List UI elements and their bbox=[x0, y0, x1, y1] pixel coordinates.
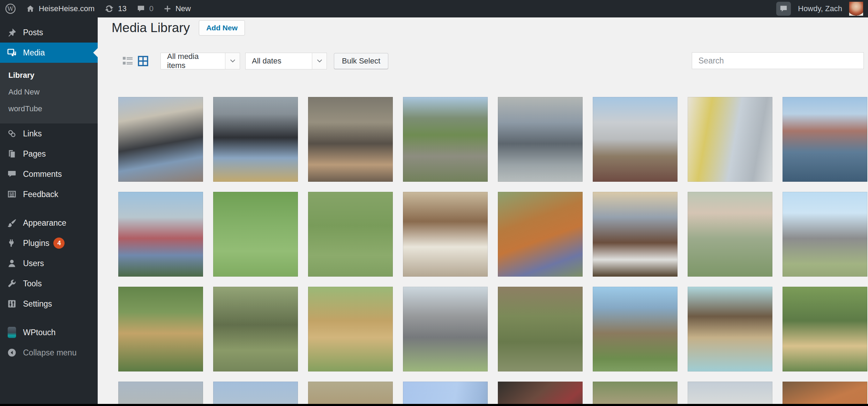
media-item[interactable] bbox=[783, 192, 867, 277]
media-item[interactable] bbox=[118, 97, 203, 182]
sidebar-label-plugins: Plugins bbox=[23, 239, 49, 248]
media-item[interactable] bbox=[593, 192, 678, 277]
submenu-item-wordtube[interactable]: wordTube bbox=[0, 100, 98, 117]
chevron-down-icon bbox=[312, 53, 327, 69]
admin-sidebar: Posts Media Library Add New wordTube Lin… bbox=[0, 17, 98, 406]
search-input[interactable] bbox=[692, 52, 864, 69]
wordpress-logo-icon: W bbox=[5, 3, 16, 14]
speech-bubble-icon bbox=[779, 4, 788, 13]
media-type-filter-value: All media items bbox=[161, 53, 225, 69]
media-item[interactable] bbox=[118, 192, 203, 277]
submenu-item-add-new[interactable]: Add New bbox=[0, 84, 98, 100]
date-filter-value: All dates bbox=[246, 53, 312, 69]
comments-link[interactable]: 0 bbox=[132, 0, 158, 17]
wordpress-logo-menu[interactable]: W bbox=[0, 0, 21, 17]
avatar[interactable] bbox=[849, 2, 863, 16]
media-item[interactable] bbox=[118, 287, 203, 371]
sidebar-item-pages[interactable]: Pages bbox=[0, 144, 98, 164]
media-item[interactable] bbox=[213, 287, 298, 371]
media-item[interactable] bbox=[213, 192, 298, 277]
collapse-arrow-icon bbox=[6, 347, 17, 358]
feedback-form-icon bbox=[6, 189, 17, 200]
media-item[interactable] bbox=[403, 192, 488, 277]
sidebar-item-links[interactable]: Links bbox=[0, 123, 98, 144]
submenu-item-library[interactable]: Library bbox=[0, 67, 98, 84]
media-item[interactable] bbox=[593, 382, 678, 406]
chevron-down-icon bbox=[225, 53, 240, 69]
media-item[interactable] bbox=[593, 97, 678, 182]
wptouch-icon bbox=[6, 327, 17, 338]
sidebar-item-wptouch[interactable]: WPtouch bbox=[0, 322, 98, 343]
home-icon bbox=[26, 4, 35, 13]
paintbrush-icon bbox=[6, 217, 17, 228]
comments-count: 0 bbox=[149, 4, 154, 13]
media-submenu: Library Add New wordTube bbox=[0, 63, 98, 123]
plugins-update-badge: 4 bbox=[53, 238, 65, 249]
wrench-icon bbox=[6, 278, 17, 289]
plus-icon bbox=[163, 5, 172, 13]
updates-link[interactable]: 13 bbox=[99, 0, 131, 17]
sidebar-item-users[interactable]: Users bbox=[0, 253, 98, 273]
media-item[interactable] bbox=[688, 192, 772, 277]
collapse-menu-button[interactable]: Collapse menu bbox=[0, 343, 98, 363]
sidebar-item-tools[interactable]: Tools bbox=[0, 273, 98, 294]
media-grid bbox=[118, 97, 867, 406]
media-library-page: Media Library Add New All media items Al… bbox=[98, 17, 868, 406]
new-content-menu[interactable]: New bbox=[158, 0, 196, 17]
date-filter-select[interactable]: All dates bbox=[245, 53, 327, 69]
collapse-menu-label: Collapse menu bbox=[23, 348, 76, 358]
media-item[interactable] bbox=[688, 97, 772, 182]
media-item[interactable] bbox=[403, 287, 488, 371]
media-item[interactable] bbox=[308, 97, 393, 182]
pages-icon bbox=[6, 148, 17, 159]
site-name: HeiseHeise.com bbox=[39, 4, 95, 13]
media-item[interactable] bbox=[213, 97, 298, 182]
media-item[interactable] bbox=[308, 382, 393, 406]
sidebar-separator bbox=[0, 204, 98, 213]
sidebar-item-media[interactable]: Media bbox=[0, 43, 98, 63]
pushpin-icon bbox=[6, 27, 17, 38]
admin-bar: W HeiseHeise.com 13 0 New Howdy, Zac bbox=[0, 0, 868, 17]
media-item[interactable] bbox=[593, 287, 678, 371]
sidebar-label-comments: Comments bbox=[23, 170, 62, 179]
media-item[interactable] bbox=[688, 287, 772, 371]
howdy-account-link[interactable]: Howdy, Zach bbox=[798, 4, 842, 13]
add-new-button[interactable]: Add New bbox=[199, 20, 245, 36]
sidebar-label-media: Media bbox=[23, 48, 45, 58]
media-item[interactable] bbox=[118, 382, 203, 406]
media-item[interactable] bbox=[498, 97, 583, 182]
media-toolbar: All media items All dates Bulk Select bbox=[121, 52, 388, 70]
media-item[interactable] bbox=[403, 382, 488, 406]
page-title: Media Library bbox=[112, 21, 190, 35]
plugin-icon bbox=[6, 238, 17, 249]
sidebar-item-comments[interactable]: Comments bbox=[0, 164, 98, 184]
sidebar-separator bbox=[0, 314, 98, 322]
media-item[interactable] bbox=[213, 382, 298, 406]
media-item[interactable] bbox=[783, 382, 867, 406]
media-item[interactable] bbox=[403, 97, 488, 182]
notification-bubble-button[interactable] bbox=[776, 2, 791, 16]
sidebar-label-tools: Tools bbox=[23, 279, 42, 288]
sidebar-item-plugins[interactable]: Plugins 4 bbox=[0, 233, 98, 253]
sidebar-label-feedback: Feedback bbox=[23, 190, 58, 199]
media-item[interactable] bbox=[308, 287, 393, 371]
media-item[interactable] bbox=[308, 192, 393, 277]
site-name-link[interactable]: HeiseHeise.com bbox=[21, 0, 99, 17]
media-item[interactable] bbox=[688, 382, 772, 406]
media-item[interactable] bbox=[498, 287, 583, 371]
sidebar-item-appearance[interactable]: Appearance bbox=[0, 213, 98, 233]
sidebar-item-feedback[interactable]: Feedback bbox=[0, 184, 98, 204]
new-label: New bbox=[175, 4, 191, 13]
sidebar-item-posts[interactable]: Posts bbox=[0, 22, 98, 43]
bulk-select-button[interactable]: Bulk Select bbox=[334, 53, 388, 69]
svg-text:W: W bbox=[7, 5, 14, 12]
grid-view-button[interactable] bbox=[137, 55, 149, 67]
media-item[interactable] bbox=[498, 382, 583, 406]
list-view-button[interactable] bbox=[121, 55, 134, 67]
sidebar-item-settings[interactable]: Settings bbox=[0, 294, 98, 314]
media-item[interactable] bbox=[783, 287, 867, 371]
media-item[interactable] bbox=[498, 192, 583, 277]
media-item[interactable] bbox=[783, 97, 867, 182]
media-type-filter-select[interactable]: All media items bbox=[160, 53, 240, 69]
updates-icon bbox=[104, 4, 114, 14]
